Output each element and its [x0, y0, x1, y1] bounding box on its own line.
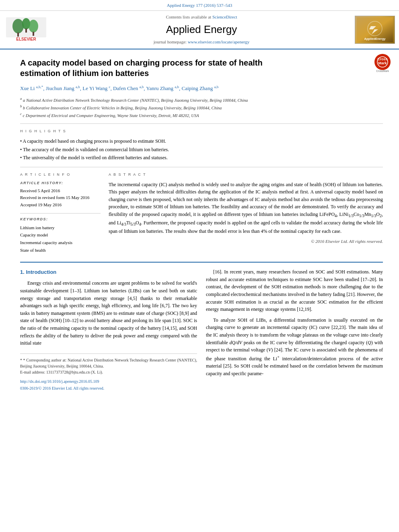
svg-text:Mark: Mark [378, 61, 387, 65]
svg-point-1 [12, 19, 24, 33]
keywords-section: Keywords: Lithium ion battery Capacity m… [20, 213, 101, 254]
body-col-left: 1. Introduction Energy crisis and enviro… [20, 268, 197, 392]
body-col-right: [16]. In recent years, many researchers … [206, 268, 383, 392]
svg-text:AppliedEnergy: AppliedEnergy [364, 37, 386, 41]
svg-point-3 [29, 20, 38, 33]
introduction-section: 1. Introduction Energy crisis and enviro… [20, 262, 383, 392]
highlight-item-2: The accuracy of the model is validated o… [20, 146, 383, 154]
footnote-email-text: E-mail address: 13117373728@bjtu.edu.cn … [20, 369, 197, 375]
svg-rect-5 [25, 29, 27, 33]
abstract-text: The incremental capacity (IC) analysis m… [109, 181, 383, 235]
intro-para-1: Energy crisis and environmental concerns… [20, 279, 197, 347]
article-info-col: A R T I C L E I N F O Article history: R… [20, 172, 101, 254]
crossmark-badge[interactable]: Cross Mark CrossMark [374, 53, 391, 77]
intro-body-left: Energy crisis and environmental concerns… [20, 279, 197, 347]
article-info-abstract: A R T I C L E I N F O Article history: R… [20, 172, 383, 254]
affiliation-c-text: c Department of Electrical and Computer … [23, 113, 199, 118]
elsevier-logo: ELSEVIER [4, 17, 48, 42]
highlight-item-1: A capacity model based on charging proce… [20, 137, 383, 145]
doi-link-line[interactable]: http://dx.doi.org/10.1016/j.apenergy.201… [20, 378, 197, 385]
intro-para-right-2: To analyze SOH of LIBs, a differential t… [206, 316, 383, 378]
intro-para-right-1: [16]. In recent years, many researchers … [206, 268, 383, 313]
history-heading: Article history: [20, 181, 101, 186]
highlights-section: H I G H L I G H T S A capacity model bas… [20, 129, 383, 162]
homepage-prefix: journal homepage: [154, 39, 188, 44]
footnote-email-content: E-mail address: 13117373728@bjtu.edu.cn … [20, 370, 103, 374]
applied-energy-logo: AppliedEnergy [355, 16, 395, 44]
affiliation-a-text: a National Active Distribution Network T… [23, 98, 248, 102]
affiliation-b-text: b Collaborative Innovation Center of Ele… [23, 105, 222, 110]
keywords-heading: Keywords: [20, 217, 101, 222]
intro-body-right: [16]. In recent years, many researchers … [206, 268, 383, 377]
abstract-heading: A B S T R A C T [109, 172, 383, 178]
highlights-list: A capacity model based on charging proce… [20, 137, 383, 162]
accepted-date: Accepted 19 May 2016 [20, 201, 101, 209]
journal-center: Contents lists available at ScienceDirec… [52, 14, 351, 45]
affiliation-a: a a National Active Distribution Network… [20, 96, 383, 103]
bottom-links: http://dx.doi.org/10.1016/j.apenergy.201… [20, 378, 197, 392]
authors-line: Xue Li a,b,*, Jiuchun Jiang a,b, Le Yi W… [20, 84, 383, 93]
received-date: Received 5 April 2016 [20, 187, 101, 195]
doi-link[interactable]: http://dx.doi.org/10.1016/j.apenergy.201… [20, 379, 99, 384]
affiliation-c: c c Department of Electrical and Compute… [20, 111, 383, 119]
footnote-star-content: * Corresponding author at: National Acti… [20, 358, 197, 368]
abstract-col: A B S T R A C T The incremental capacity… [109, 172, 383, 254]
homepage-url[interactable]: www.elsevier.com/locate/apenergy [188, 39, 250, 44]
svg-rect-6 [33, 32, 34, 36]
keyword-4: State of health [20, 246, 101, 254]
svg-rect-4 [17, 33, 19, 37]
article-info-heading: A R T I C L E I N F O [20, 172, 101, 177]
footnote-star-text: * * Corresponding author at: National Ac… [20, 357, 197, 369]
keyword-2: Capacity model [20, 231, 101, 239]
keyword-3: Incremental capacity analysis [20, 239, 101, 246]
keywords-list: Lithium ion battery Capacity model Incre… [20, 224, 101, 254]
issn-line: 0306-2619/© 2016 Elsevier Ltd. All right… [20, 385, 197, 392]
article-history: Article history: Received 5 April 2016 R… [20, 181, 101, 209]
journal-header: ELSEVIER Contents lists available at Sci… [0, 11, 399, 49]
thanks-word: thanks [140, 296, 153, 301]
doi-text: Applied Energy 177 (2016) 537–543 [167, 3, 232, 8]
affiliation-b: b b Collaborative Innovation Center of E… [20, 104, 383, 111]
body-two-col: 1. Introduction Energy crisis and enviro… [20, 268, 383, 392]
abstract-paragraph: The incremental capacity (IC) analysis m… [109, 181, 383, 235]
copyright-text: © 2016 Elsevier Ltd. All rights reserved… [109, 238, 383, 245]
doi-bar: Applied Energy 177 (2016) 537–543 [0, 0, 399, 11]
sciencedirect-prefix: Contents lists available at [166, 14, 212, 19]
footnote-area: * * Corresponding author at: National Ac… [20, 353, 197, 375]
keyword-1: Lithium ion battery [20, 224, 101, 232]
divider-2 [20, 167, 383, 167]
highlights-heading: H I G H L I G H T S [20, 129, 383, 134]
article-title: A capacity model based on charging proce… [20, 58, 294, 78]
authors-text: Xue Li a,b,*, Jiuchun Jiang a,b, Le Yi W… [20, 85, 218, 91]
svg-text:CrossMark: CrossMark [376, 70, 389, 72]
article-content: Cross Mark CrossMark A capacity model ba… [0, 49, 399, 401]
divider-1 [20, 123, 383, 124]
sciencedirect-line: Contents lists available at ScienceDirec… [52, 14, 351, 21]
svg-text:ELSEVIER: ELSEVIER [16, 37, 36, 41]
journal-homepage: journal homepage: www.elsevier.com/locat… [52, 39, 351, 45]
sciencedirect-link[interactable]: ScienceDirect [212, 14, 237, 19]
journal-title: Applied Energy [52, 22, 351, 37]
highlight-item-3: The universality of the model is verifie… [20, 154, 383, 162]
revised-date: Received in revised form 15 May 2016 [20, 194, 101, 201]
svg-text:Cross: Cross [377, 57, 388, 61]
affiliations: a a National Active Distribution Network… [20, 96, 383, 119]
intro-title: 1. Introduction [20, 268, 197, 276]
